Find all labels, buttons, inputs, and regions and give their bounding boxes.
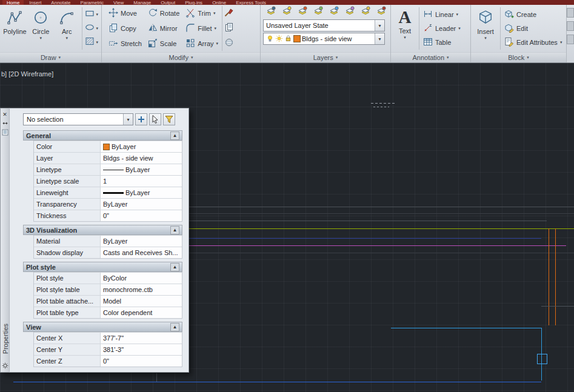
block-edit-attributes-button[interactable]: Edit Attributes▾ bbox=[502, 35, 564, 49]
collapse-icon[interactable]: ▴ bbox=[170, 263, 179, 271]
ribbon-tab-view[interactable]: View bbox=[109, 0, 128, 5]
mirror-icon bbox=[148, 23, 158, 34]
block-create-button[interactable]: Create bbox=[502, 8, 564, 22]
clipped-button[interactable] bbox=[567, 35, 574, 44]
panel-label-layers[interactable]: Layers▾ bbox=[261, 52, 390, 62]
collapse-icon[interactable]: ▴ bbox=[170, 131, 179, 140]
ribbon-tab-express-tools[interactable]: Express Tools bbox=[232, 0, 270, 5]
modify-rotate-button[interactable]: Rotate bbox=[146, 6, 181, 21]
ellipse-tool-button[interactable]: ▾ bbox=[84, 22, 99, 35]
palette-title: Properties bbox=[2, 324, 9, 354]
collapse-icon[interactable]: ▴ bbox=[170, 323, 179, 331]
ribbon-tab-online[interactable]: Online bbox=[208, 0, 230, 5]
palette-menu-icon[interactable] bbox=[1, 128, 9, 136]
property-rows: MaterialByLayerShadow displayCasts and R… bbox=[33, 235, 182, 259]
section-header-view[interactable]: View▴ bbox=[23, 322, 182, 332]
selection-dropdown-value: No selection bbox=[27, 116, 64, 123]
chevron-down-icon[interactable]: ▾ bbox=[375, 20, 384, 31]
chevron-down-icon[interactable]: ▾ bbox=[123, 114, 133, 125]
layer-properties-button[interactable] bbox=[263, 6, 278, 18]
layer-state-dropdown[interactable]: Unsaved Layer State▾ bbox=[263, 19, 385, 32]
modify-trim-button[interactable]: Trim▾ bbox=[184, 6, 220, 21]
chevron-down-icon[interactable]: ▾ bbox=[375, 33, 384, 44]
select-objects-button[interactable] bbox=[149, 113, 161, 125]
modify-fillet-button[interactable]: Fillet▾ bbox=[184, 21, 220, 36]
modify-copy-button[interactable]: Copy bbox=[107, 21, 144, 36]
quick-select-button[interactable] bbox=[163, 113, 175, 125]
modify-stretch-button[interactable]: Stretch bbox=[107, 36, 144, 51]
clipped-button[interactable] bbox=[567, 8, 574, 18]
viewport-label[interactable]: b] [2D Wireframe] bbox=[1, 70, 53, 78]
draw-circle-button[interactable]: Circle▾ bbox=[28, 6, 54, 51]
property-value[interactable]: ByLayer bbox=[101, 187, 182, 198]
current-layer-dropdown[interactable]: Bldgs - side view▾ bbox=[263, 33, 385, 45]
autohide-icon[interactable] bbox=[1, 119, 9, 127]
panel-label-block[interactable]: Block▾ bbox=[471, 52, 566, 62]
sun-icon bbox=[275, 35, 283, 44]
layer-unisolate-button[interactable] bbox=[310, 6, 325, 18]
draw-polyline-button[interactable]: Polyline bbox=[2, 6, 28, 51]
layer-lock-button[interactable] bbox=[342, 6, 357, 18]
close-icon[interactable]: ✕ bbox=[1, 110, 9, 118]
property-value[interactable]: Model bbox=[101, 296, 182, 307]
selection-dropdown[interactable]: No selection ▾ bbox=[23, 113, 133, 125]
layer-color-swatch bbox=[293, 35, 301, 42]
ribbon-tab-home[interactable]: Home bbox=[2, 0, 24, 5]
ribbon-tab-output[interactable]: Output bbox=[156, 0, 179, 5]
toggle-pickadd-button[interactable] bbox=[135, 113, 147, 125]
annotation-items-column: Linear▾Leader▾Table bbox=[421, 6, 462, 51]
property-value[interactable]: 0" bbox=[101, 210, 182, 221]
property-value[interactable]: 381'-3" bbox=[101, 344, 182, 355]
palette-titlebar[interactable]: ✕ Properties bbox=[0, 108, 10, 373]
panel-label-draw[interactable]: Draw▾ bbox=[0, 52, 101, 62]
button-label: Trim bbox=[198, 10, 211, 17]
layer-freeze-button[interactable] bbox=[326, 6, 341, 18]
panel-label-modify[interactable]: Modify▾ bbox=[102, 52, 260, 62]
insert-button[interactable]: Insert▾ bbox=[473, 6, 498, 51]
sheets-button[interactable] bbox=[224, 22, 234, 35]
property-value[interactable]: Bldgs - side view bbox=[101, 153, 182, 164]
section-header-3d-visualization[interactable]: 3D Visualization▴ bbox=[23, 225, 182, 235]
property-value[interactable]: ByColor bbox=[101, 273, 182, 284]
property-row-plot-style: Plot styleByColor bbox=[34, 272, 182, 284]
annotation-linear-button[interactable]: Linear▾ bbox=[421, 8, 462, 22]
modify-mirror-button[interactable]: Mirror bbox=[146, 21, 181, 36]
text-button[interactable]: AText▾ bbox=[393, 6, 417, 51]
section-header-plot-style[interactable]: Plot style▴ bbox=[23, 262, 182, 272]
property-value[interactable]: ByLayer bbox=[101, 236, 182, 247]
annotation-leader-button[interactable]: Leader▾ bbox=[421, 22, 462, 36]
property-value[interactable]: ByLayer bbox=[101, 164, 182, 175]
modify-array-button[interactable]: Array▾ bbox=[184, 36, 220, 51]
sphere-button[interactable] bbox=[224, 37, 234, 50]
section-header-general[interactable]: General▴ bbox=[23, 130, 182, 141]
modify-move-button[interactable]: Move bbox=[107, 6, 144, 21]
ribbon-tab-insert[interactable]: Insert bbox=[25, 0, 45, 5]
property-value[interactable]: 1 bbox=[101, 176, 182, 187]
layer-match-button[interactable] bbox=[358, 6, 373, 18]
property-value[interactable]: Casts and Receives Sh... bbox=[101, 247, 182, 258]
property-value[interactable]: 377'-7" bbox=[101, 333, 182, 344]
layer-off-button[interactable] bbox=[279, 6, 294, 18]
modify-scale-button[interactable]: Scale bbox=[146, 36, 181, 51]
match-properties-button[interactable] bbox=[224, 7, 234, 20]
collapse-icon[interactable]: ▴ bbox=[170, 226, 179, 234]
hatch-tool-button[interactable]: ▾ bbox=[84, 36, 99, 49]
property-value[interactable]: ByLayer bbox=[101, 141, 182, 152]
block-edit-button[interactable]: Edit bbox=[502, 22, 564, 36]
ribbon-tab-manage[interactable]: Manage bbox=[129, 0, 155, 5]
annotation-table-button[interactable]: Table bbox=[421, 35, 462, 49]
property-value[interactable]: Color dependent bbox=[101, 307, 182, 318]
panel-label-annotation[interactable]: Annotation▾ bbox=[391, 52, 470, 62]
property-value[interactable]: 0" bbox=[101, 356, 182, 367]
clipped-button[interactable] bbox=[567, 21, 574, 31]
property-value[interactable]: ByLayer bbox=[101, 199, 182, 210]
property-value[interactable]: monochrome.ctb bbox=[101, 284, 182, 295]
ribbon-tab-parametric[interactable]: Parametric bbox=[76, 0, 108, 5]
layer-isolate-button[interactable] bbox=[295, 6, 310, 18]
ribbon-tab-annotate[interactable]: Annotate bbox=[47, 0, 75, 5]
ribbon-tab-plug-ins[interactable]: Plug-ins bbox=[181, 0, 207, 5]
layer-walk-button[interactable] bbox=[373, 6, 389, 18]
draw-arc-button[interactable]: Arc▾ bbox=[54, 6, 80, 51]
rect-tool-button[interactable]: ▾ bbox=[84, 8, 99, 21]
palette-settings-icon[interactable] bbox=[1, 362, 9, 370]
